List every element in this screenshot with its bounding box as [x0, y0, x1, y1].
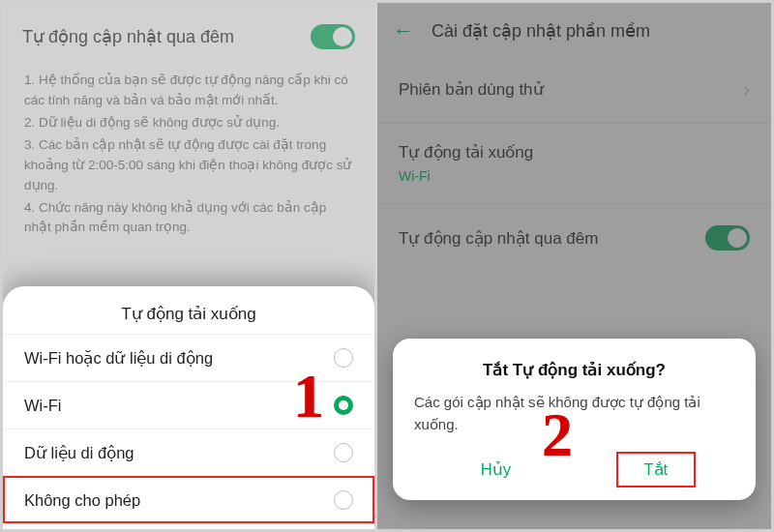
option-disallow[interactable]: Không cho phép: [3, 476, 374, 523]
radio-icon: [334, 490, 353, 510]
dialog-body: Các gói cập nhật sẽ không được tự động t…: [414, 392, 734, 435]
note-line: 4. Chức năng này không khả dụng với các …: [24, 198, 353, 239]
note-line: 2. Dữ liệu di động sẽ không được sử dụng…: [24, 113, 353, 133]
toggle-on-icon[interactable]: [311, 24, 355, 49]
sheet-title: Tự động tải xuống: [3, 304, 374, 334]
cancel-button[interactable]: Hủy: [454, 453, 538, 487]
option-mobile-data[interactable]: Dữ liệu di động: [3, 429, 374, 476]
confirm-button[interactable]: Tắt: [617, 453, 696, 487]
auto-download-sheet: Tự động tải xuống Wi-Fi hoặc dữ liệu di …: [3, 286, 374, 529]
option-wifi-or-mobile[interactable]: Wi-Fi hoặc dữ liệu di động: [3, 334, 374, 381]
auto-update-overnight-row[interactable]: Tự động cập nhật qua đêm: [3, 3, 374, 67]
note-line: 3. Các bản cập nhật sẽ tự động được cài …: [24, 135, 353, 196]
option-label: Dữ liệu di động: [24, 444, 134, 462]
option-label: Wi-Fi: [24, 397, 61, 415]
confirm-dialog: Tắt Tự động tải xuống? Các gói cập nhật …: [393, 339, 756, 500]
info-notes: 1. Hệ thống của bạn sẽ được tự động nâng…: [3, 67, 374, 259]
dialog-actions: Hủy Tắt: [414, 453, 734, 487]
option-label: Wi-Fi hoặc dữ liệu di động: [24, 349, 213, 368]
screenshot-left: Tự động cập nhật qua đêm 1. Hệ thống của…: [3, 3, 374, 529]
radio-selected-icon: [334, 396, 353, 415]
dialog-title: Tắt Tự động tải xuống?: [414, 360, 734, 380]
radio-icon: [334, 443, 353, 462]
screenshot-right: ← Cài đặt cập nhật phần mềm Phiên bản dù…: [377, 3, 771, 529]
auto-update-overnight-label: Tự động cập nhật qua đêm: [22, 26, 234, 47]
note-line: 1. Hệ thống của bạn sẽ được tự động nâng…: [24, 71, 353, 111]
option-label: Không cho phép: [24, 491, 140, 510]
option-wifi[interactable]: Wi-Fi: [3, 381, 374, 429]
radio-icon: [334, 348, 353, 368]
